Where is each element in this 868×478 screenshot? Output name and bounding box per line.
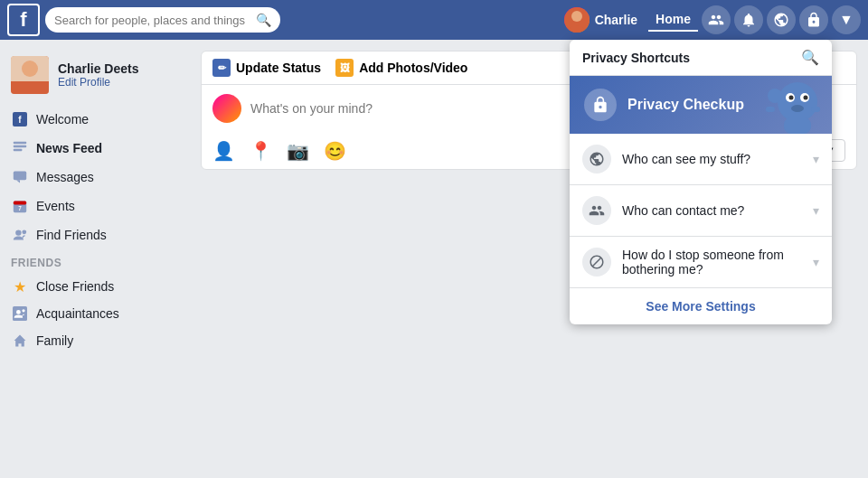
svg-point-4 (22, 61, 38, 77)
privacy-item-block[interactable]: How do I stop someone from bothering me?… (570, 237, 832, 288)
svg-marker-20 (14, 335, 26, 347)
notifications-icon-btn[interactable] (734, 5, 763, 34)
welcome-icon: f (11, 110, 29, 128)
chevron-down-icon: ▾ (813, 255, 819, 269)
acquaintances-icon (11, 305, 29, 323)
svg-point-1 (571, 11, 582, 22)
globe-icon-btn[interactable] (767, 5, 796, 34)
newsfeed-icon (11, 139, 29, 157)
lock-icon (584, 89, 617, 121)
friends-section-label: FRIENDS (0, 249, 190, 273)
privacy-search-icon[interactable]: 🔍 (801, 49, 819, 66)
friend-item-family[interactable]: Family (0, 327, 190, 354)
friend-label: Acquaintances (36, 306, 119, 321)
privacy-item-label: How do I stop someone from bothering me? (622, 248, 802, 276)
events-icon: 7 (11, 197, 29, 215)
svg-text:7: 7 (18, 205, 22, 211)
profile-section[interactable]: Charlie Deets Edit Profile (0, 49, 190, 105)
update-status-icon: ✏ (212, 59, 231, 77)
svg-rect-29 (811, 107, 820, 112)
lock-settings-icon-btn[interactable] (799, 5, 828, 34)
globe-privacy-icon (582, 145, 611, 173)
sidebar: Charlie Deets Edit Profile f Welcome New… (0, 40, 190, 478)
sidebar-item-label: Messages (36, 170, 94, 184)
update-status-button[interactable]: ✏ Update Status (212, 59, 321, 77)
chevron-down-icon: ▾ (813, 203, 819, 218)
svg-point-19 (22, 309, 24, 312)
privacy-item-see-stuff[interactable]: Who can see my stuff? ▾ (570, 134, 832, 185)
sidebar-item-newsfeed[interactable]: News Feed (0, 134, 190, 163)
dropdown-icon-btn[interactable]: ▼ (832, 5, 861, 34)
svg-point-21 (778, 82, 817, 122)
svg-point-18 (16, 310, 21, 314)
sidebar-item-label: Events (36, 199, 75, 213)
svg-rect-13 (14, 201, 26, 204)
svg-point-25 (804, 96, 808, 100)
user-profile-button[interactable]: Charlie (557, 4, 645, 36)
svg-rect-10 (14, 172, 26, 181)
avatar (11, 56, 49, 94)
friend-item-close-friends[interactable]: ★ Close Friends (0, 273, 190, 300)
sidebar-item-events[interactable]: 7 Events (0, 192, 190, 220)
svg-rect-9 (14, 149, 23, 151)
search-input[interactable] (54, 14, 256, 27)
emoji-icon[interactable]: 😊 (324, 140, 346, 162)
svg-point-26 (791, 105, 804, 112)
profile-edit-link[interactable]: Edit Profile (58, 76, 138, 89)
svg-rect-30 (766, 107, 775, 112)
header-username: Charlie (595, 13, 637, 27)
friends-icon-btn[interactable] (702, 5, 731, 34)
add-photo-icon: 🖼 (335, 59, 354, 77)
svg-rect-7 (14, 142, 26, 144)
contact-privacy-icon (582, 196, 611, 225)
svg-point-28 (768, 89, 782, 103)
profile-info: Charlie Deets Edit Profile (58, 61, 138, 89)
avatar (212, 94, 241, 123)
photo-icon[interactable]: 📷 (287, 140, 309, 162)
friend-label: Close Friends (36, 279, 114, 294)
sidebar-item-label: News Feed (36, 141, 102, 155)
privacy-item-label: Who can see my stuff? (622, 152, 802, 166)
tag-friend-icon[interactable]: 👤 (212, 140, 235, 162)
see-more-settings-link[interactable]: See More Settings (570, 288, 832, 324)
privacy-panel-header: Privacy Shortcuts 🔍 (570, 40, 832, 76)
privacy-item-contact[interactable]: Who can contact me? ▾ (570, 185, 832, 237)
family-icon (11, 332, 29, 350)
avatar (564, 7, 590, 33)
find-friends-icon (11, 226, 29, 244)
svg-point-15 (15, 230, 21, 235)
friend-item-acquaintances[interactable]: Acquaintances (0, 300, 190, 327)
privacy-checkup-banner[interactable]: Privacy Checkup (570, 76, 832, 134)
block-privacy-icon (582, 248, 611, 276)
svg-rect-8 (14, 145, 26, 147)
privacy-item-label: Who can contact me? (622, 203, 802, 218)
privacy-checkup-label: Privacy Checkup (627, 97, 744, 113)
svg-marker-11 (16, 180, 20, 183)
friend-label: Family (36, 333, 73, 348)
search-icon[interactable]: 🔍 (256, 13, 271, 27)
svg-point-24 (789, 96, 794, 100)
privacy-monster-decoration (761, 80, 825, 134)
profile-name[interactable]: Charlie Deets (58, 61, 138, 76)
search-bar: 🔍 (45, 7, 280, 33)
sidebar-item-label: Welcome (36, 112, 89, 127)
privacy-panel: Privacy Shortcuts 🔍 Privacy Checkup Who … (570, 40, 832, 324)
svg-rect-27 (784, 117, 811, 134)
add-photos-button[interactable]: 🖼 Add Photos/Video (335, 59, 467, 77)
home-link[interactable]: Home (648, 8, 698, 32)
privacy-panel-title: Privacy Shortcuts (582, 51, 690, 65)
facebook-logo[interactable]: f (7, 4, 40, 36)
header-nav: Charlie Home ▼ (280, 4, 861, 36)
messages-icon (11, 168, 29, 186)
svg-rect-6 (11, 81, 49, 94)
star-icon: ★ (11, 277, 29, 295)
location-icon[interactable]: 📍 (250, 140, 272, 162)
sidebar-item-welcome[interactable]: f Welcome (0, 105, 190, 134)
sidebar-item-label: Find Friends (36, 228, 107, 242)
svg-point-16 (22, 230, 26, 234)
sidebar-item-messages[interactable]: Messages (0, 163, 190, 192)
header: f 🔍 Charlie Home ▼ (0, 0, 868, 40)
sidebar-item-find-friends[interactable]: Find Friends (0, 220, 190, 249)
chevron-down-icon: ▾ (813, 152, 819, 166)
